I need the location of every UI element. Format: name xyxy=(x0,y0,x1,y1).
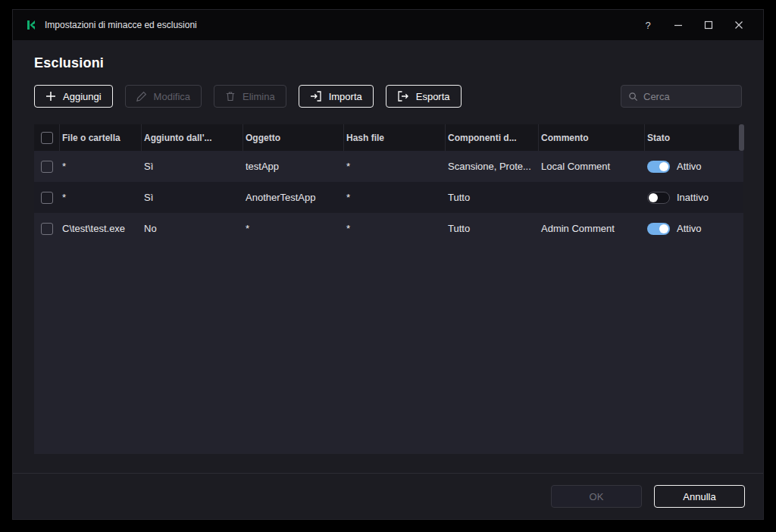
settings-window: Impostazioni di minacce ed esclusioni ? … xyxy=(12,9,764,520)
cell-file: C\test\test.exe xyxy=(60,223,142,234)
column-header-state: Stato xyxy=(645,124,743,151)
cell-components: Tutto xyxy=(446,192,539,203)
maximize-icon xyxy=(704,20,713,30)
table-row[interactable]: * Sì AnotherTestApp * Tutto Inattivo xyxy=(34,182,743,213)
status-label: Inattivo xyxy=(677,192,709,203)
import-icon xyxy=(310,91,322,102)
close-button[interactable] xyxy=(724,10,754,40)
plus-icon xyxy=(45,91,56,102)
scrollbar-thumb[interactable] xyxy=(739,124,744,151)
cell-hash: * xyxy=(344,192,446,203)
cell-file: * xyxy=(60,192,142,203)
window-title: Impostazioni di minacce ed esclusioni xyxy=(45,20,197,30)
column-header-comment: Commento xyxy=(539,124,645,151)
column-header-object: Oggetto xyxy=(243,124,344,151)
edit-button[interactable]: Modifica xyxy=(125,85,202,108)
trash-icon xyxy=(225,91,236,102)
content-area: Esclusioni Aggiungi Modifica Elimina xyxy=(13,40,763,473)
export-icon xyxy=(397,91,409,102)
status-toggle[interactable] xyxy=(647,223,670,235)
status-label: Attivo xyxy=(677,161,702,172)
row-checkbox[interactable] xyxy=(41,223,53,235)
cell-comment: Local Comment xyxy=(539,161,645,172)
table-row[interactable]: C\test\test.exe No * * Tutto Admin Comme… xyxy=(34,213,743,244)
search-icon xyxy=(628,92,638,102)
delete-button-label: Elimina xyxy=(242,91,275,102)
cell-components: Scansione, Prote... xyxy=(446,161,539,172)
cell-comment: Admin Comment xyxy=(539,223,645,234)
cell-object: AnotherTestApp xyxy=(243,192,344,203)
status-toggle[interactable] xyxy=(647,161,670,173)
pencil-icon xyxy=(136,91,147,102)
select-all-checkbox[interactable] xyxy=(41,132,53,144)
cell-file: * xyxy=(60,161,142,172)
status-toggle[interactable] xyxy=(647,192,670,204)
search-input[interactable] xyxy=(643,91,734,102)
cell-hash: * xyxy=(344,223,446,234)
row-checkbox[interactable] xyxy=(41,192,53,204)
cell-object: testApp xyxy=(243,161,344,172)
page-title: Esclusioni xyxy=(34,55,742,71)
search-box[interactable] xyxy=(621,85,742,108)
cell-added-by: Sì xyxy=(142,161,243,172)
add-button[interactable]: Aggiungi xyxy=(34,85,113,108)
cell-added-by: No xyxy=(142,223,243,234)
footer: OK Annulla xyxy=(13,473,763,519)
row-checkbox[interactable] xyxy=(41,161,53,173)
table-header: File o cartella Aggiunto dall'... Oggett… xyxy=(34,124,743,151)
titlebar: Impostazioni di minacce ed esclusioni ? xyxy=(13,10,763,40)
help-button[interactable]: ? xyxy=(633,10,663,40)
edit-button-label: Modifica xyxy=(154,91,190,102)
minimize-icon xyxy=(674,20,683,30)
column-header-file: File o cartella xyxy=(60,124,142,151)
delete-button[interactable]: Elimina xyxy=(214,85,286,108)
minimize-button[interactable] xyxy=(663,10,693,40)
column-header-components: Componenti d... xyxy=(446,124,539,151)
cell-object: * xyxy=(243,223,344,234)
maximize-button[interactable] xyxy=(693,10,724,40)
add-button-label: Aggiungi xyxy=(63,91,102,102)
cell-hash: * xyxy=(344,161,446,172)
column-header-added-by: Aggiunto dall'... xyxy=(142,124,243,151)
import-button[interactable]: Importa xyxy=(299,85,374,108)
column-header-hash: Hash file xyxy=(344,124,446,151)
table-row[interactable]: * Sì testApp * Scansione, Prote... Local… xyxy=(34,151,743,182)
close-icon xyxy=(734,20,743,30)
cancel-button[interactable]: Annulla xyxy=(654,485,745,508)
kaspersky-logo-icon xyxy=(25,19,37,31)
toolbar: Aggiungi Modifica Elimina Importa xyxy=(34,85,742,108)
cell-added-by: Sì xyxy=(142,192,243,203)
cell-components: Tutto xyxy=(446,223,539,234)
table-body: * Sì testApp * Scansione, Prote... Local… xyxy=(34,151,743,454)
import-button-label: Importa xyxy=(329,91,362,102)
export-button[interactable]: Esporta xyxy=(386,85,462,108)
export-button-label: Esporta xyxy=(416,91,450,102)
ok-button[interactable]: OK xyxy=(551,485,642,508)
status-label: Attivo xyxy=(677,223,702,234)
exclusions-table: File o cartella Aggiunto dall'... Oggett… xyxy=(34,124,743,454)
